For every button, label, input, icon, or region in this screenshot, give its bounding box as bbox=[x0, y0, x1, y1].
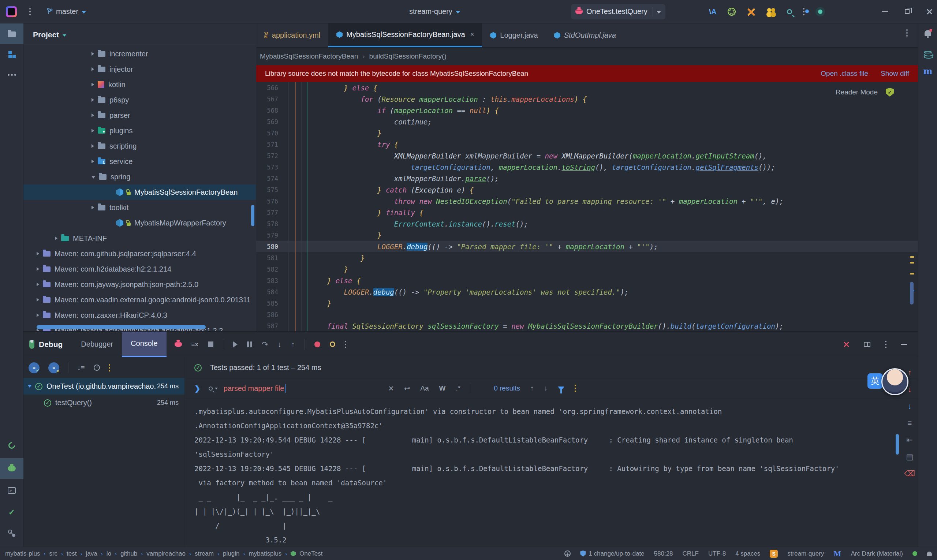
next-occurrence-icon[interactable]: ↓ bbox=[544, 384, 548, 392]
more-tools-button[interactable] bbox=[0, 65, 23, 85]
debug-tool-button[interactable] bbox=[0, 458, 23, 479]
tree-item-parser[interactable]: parser bbox=[23, 108, 256, 123]
project-tool-button[interactable] bbox=[0, 23, 23, 44]
status-widget-utf-8[interactable]: UTF-8 bbox=[708, 550, 726, 557]
status-widget-arc-dark-material-[interactable]: Arc Dark (Material) bbox=[851, 550, 903, 557]
close-tab-icon[interactable]: × bbox=[470, 31, 474, 38]
main-menu-icon[interactable] bbox=[29, 11, 31, 12]
status-widget[interactable]: M bbox=[834, 550, 841, 558]
chevron-down-icon[interactable] bbox=[28, 385, 31, 388]
stop-icon[interactable] bbox=[208, 342, 213, 347]
tab-Logger.java[interactable]: Logger.java bbox=[482, 23, 546, 47]
path-item[interactable]: java bbox=[86, 550, 97, 557]
chevron-right-icon[interactable] bbox=[91, 129, 94, 132]
tree-item-toolkit[interactable]: toolkit bbox=[23, 200, 256, 215]
tree-item-kotlin[interactable]: kotlin bbox=[23, 77, 256, 92]
more-options-icon[interactable] bbox=[803, 11, 805, 12]
project-horizontal-scrollbar[interactable] bbox=[37, 325, 206, 329]
banner-action-link[interactable]: Open .class file bbox=[821, 69, 868, 78]
banner-action-link[interactable]: Show diff bbox=[881, 69, 909, 78]
close-icon[interactable] bbox=[926, 9, 932, 15]
path-item[interactable]: io bbox=[106, 550, 111, 557]
code-line[interactable]: 580 LOGGER.debug(() -> "Parsed mapper fi… bbox=[256, 241, 918, 252]
jump-to-end-icon[interactable]: ↓ bbox=[908, 402, 912, 411]
regex-toggle[interactable]: .* bbox=[456, 384, 460, 392]
code-line[interactable]: 566 } else { bbox=[256, 82, 918, 93]
chevron-right-icon[interactable] bbox=[91, 83, 94, 86]
breadcrumb-item[interactable]: buildSqlSessionFactory() bbox=[369, 52, 446, 60]
code-line[interactable]: 573 targetConfiguration, mapperLocation.… bbox=[256, 162, 918, 173]
vcs-update-button[interactable] bbox=[0, 435, 23, 456]
warning-stripe-mark[interactable] bbox=[910, 262, 914, 263]
history-icon[interactable] bbox=[94, 365, 100, 371]
tab-StdOutImpl.java[interactable]: StdOutImpl.java bbox=[546, 23, 624, 47]
code-line[interactable]: 571 try { bbox=[256, 139, 918, 150]
code-line[interactable]: 567 for (Resource mapperLocation : this.… bbox=[256, 93, 918, 105]
code-line[interactable]: 574 xmlMapperBuilder.parse(); bbox=[256, 173, 918, 184]
debug-more-icon[interactable] bbox=[345, 344, 346, 345]
step-over-icon[interactable]: ↷ bbox=[262, 340, 268, 349]
project-vertical-scrollbar[interactable] bbox=[251, 205, 254, 226]
code-editor[interactable]: 566 } else {567 for (Resource mapperLoca… bbox=[256, 82, 918, 331]
tools-icon[interactable] bbox=[747, 7, 755, 16]
layout-settings-icon[interactable] bbox=[864, 342, 870, 347]
console-log[interactable]: .mybatisplus.autoconfigure.MybatisPlusAu… bbox=[185, 398, 892, 547]
path-item[interactable]: mybatis-plus bbox=[5, 550, 40, 557]
code-line[interactable]: 587 final SqlSessionFactory sqlSessionFa… bbox=[256, 320, 918, 331]
code-line[interactable]: 569 continue; bbox=[256, 116, 918, 128]
search-history-chevron[interactable] bbox=[215, 388, 218, 389]
warning-stripe-mark[interactable] bbox=[910, 273, 914, 274]
tab-console[interactable]: Console bbox=[122, 332, 166, 357]
run-configuration-select[interactable]: OneTest.testQuery bbox=[571, 4, 665, 19]
breadcrumb-item[interactable]: MybatisSqlSessionFactoryBean bbox=[260, 52, 358, 60]
console-prompt-icon[interactable]: ❯ bbox=[194, 384, 201, 393]
path-item[interactable]: stream bbox=[195, 550, 214, 557]
chevron-right-icon[interactable] bbox=[37, 298, 39, 302]
restore-icon[interactable] bbox=[905, 9, 909, 14]
path-item[interactable]: mybatisplus bbox=[249, 550, 282, 557]
hide-panel-icon[interactable] bbox=[901, 344, 907, 345]
tab-debugger[interactable]: Debugger bbox=[72, 332, 122, 357]
tree-item-p6spy[interactable]: p6spy bbox=[23, 92, 256, 108]
status-widget[interactable] bbox=[912, 551, 917, 556]
structure-tool-button[interactable] bbox=[0, 44, 23, 65]
clear-search-icon[interactable]: ✕ bbox=[388, 384, 394, 393]
code-line[interactable]: 581 } bbox=[256, 252, 918, 263]
chevron-right-icon[interactable] bbox=[37, 283, 39, 286]
tab-options-icon[interactable] bbox=[906, 32, 908, 34]
editor-scrollbar[interactable] bbox=[910, 282, 914, 305]
code-line[interactable]: 576 throw new NestedIOException("Failed … bbox=[256, 195, 918, 207]
git-tool-button[interactable] bbox=[0, 523, 23, 543]
pause-icon[interactable] bbox=[247, 342, 252, 347]
step-into-icon[interactable]: ↓ bbox=[278, 340, 282, 349]
checks-tool-button[interactable]: ✓ bbox=[0, 502, 23, 523]
code-line[interactable]: 585 } bbox=[256, 298, 918, 309]
step-out-icon[interactable]: ↑ bbox=[291, 340, 295, 349]
chevron-right-icon[interactable] bbox=[37, 252, 39, 255]
code-with-me-icon[interactable] bbox=[766, 8, 776, 15]
code-line[interactable]: 583 } else { bbox=[256, 275, 918, 286]
warning-stripe-mark[interactable] bbox=[910, 256, 914, 258]
chevron-right-icon[interactable] bbox=[55, 237, 57, 240]
code-line[interactable]: 568 if (mapperLocation == null) { bbox=[256, 105, 918, 116]
header-more-icon[interactable] bbox=[885, 344, 886, 345]
match-case-toggle[interactable]: Aa bbox=[420, 384, 429, 392]
tree-item-plugins[interactable]: ●plugins bbox=[23, 123, 256, 138]
project-panel-header[interactable]: Project bbox=[23, 23, 256, 46]
test-more-icon[interactable] bbox=[109, 367, 110, 369]
reader-mode-widget[interactable]: Reader Mode ✓ bbox=[835, 88, 894, 97]
chevron-right-icon[interactable] bbox=[91, 206, 94, 209]
statusbar-breadcrumbs[interactable]: mybatis-plus›src›test›java›io›github›vam… bbox=[5, 550, 323, 557]
inspections-ok-icon[interactable]: ✓ bbox=[886, 88, 894, 97]
soft-wrap-icon[interactable]: ≡ bbox=[907, 419, 912, 428]
tree-item-maven-com-zaxxer-hikaricp-4-0-3[interactable]: Maven: com.zaxxer:HikariCP:4.0.3 bbox=[23, 308, 256, 323]
search-more-icon[interactable] bbox=[575, 388, 576, 389]
path-item[interactable]: test bbox=[67, 550, 77, 557]
whole-words-toggle[interactable]: W bbox=[439, 384, 446, 392]
scroll-down-icon[interactable]: ↓ bbox=[908, 385, 912, 394]
atom-plugin-icon[interactable] bbox=[728, 8, 736, 16]
tree-item-maven-com-vaadin-external-google-android-json-0-0-201311[interactable]: Maven: com.vaadin.external.google:androi… bbox=[23, 292, 256, 308]
code-line[interactable]: 577 } finally { bbox=[256, 207, 918, 218]
chevron-right-icon[interactable] bbox=[91, 160, 94, 163]
code-line[interactable]: 570 } bbox=[256, 128, 918, 139]
